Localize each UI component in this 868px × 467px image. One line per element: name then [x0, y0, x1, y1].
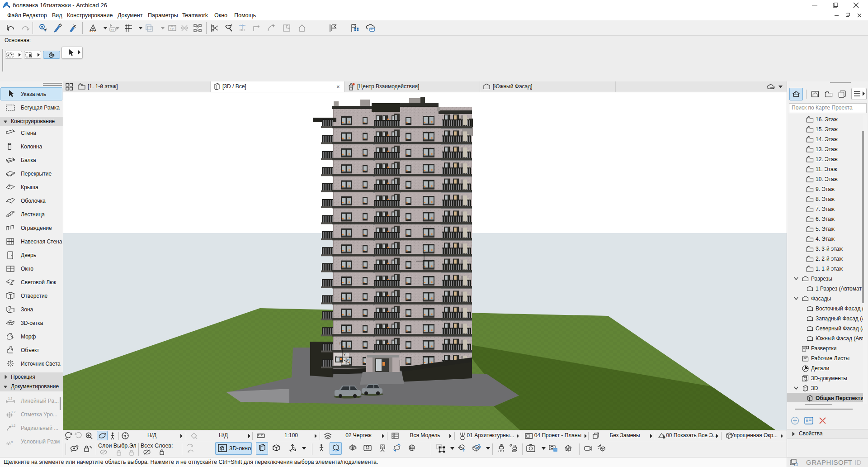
svg-text:XY: XY	[111, 29, 114, 31]
svg-text:x: x	[347, 358, 349, 362]
svg-text:α: α	[11, 440, 13, 443]
svg-text:1.2: 1.2	[11, 424, 15, 427]
svg-text:z: z	[339, 341, 341, 345]
svg-text:12: 12	[170, 28, 174, 31]
svg-text:1.2: 1.2	[8, 397, 12, 400]
svg-text:y: y	[344, 352, 345, 356]
svg-text:1.2: 1.2	[11, 410, 15, 414]
